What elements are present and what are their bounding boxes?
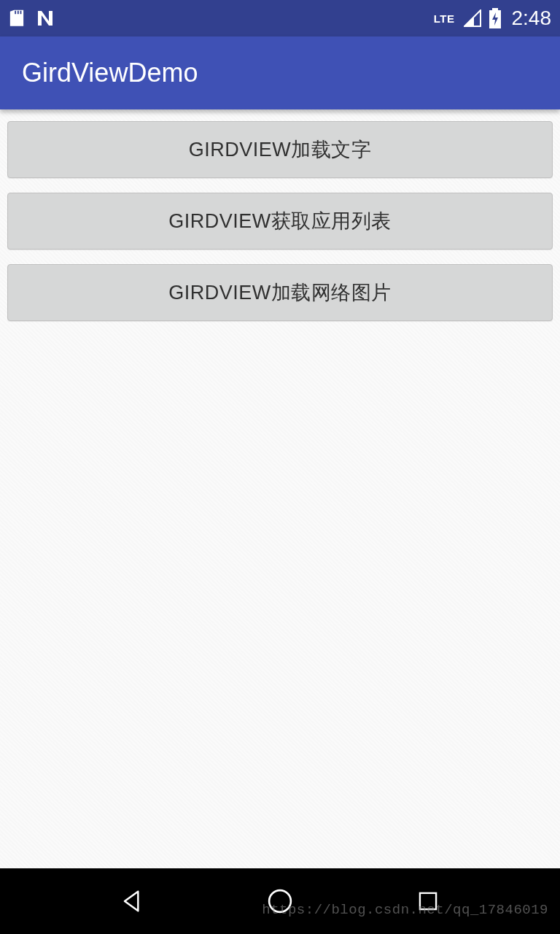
android-n-icon [35, 8, 55, 28]
button-label: GIRDVIEW加载网络图片 [168, 279, 392, 306]
status-bar: LTE 2:48 [0, 0, 560, 36]
signal-icon [464, 9, 481, 27]
network-type-label: LTE [434, 12, 455, 25]
app-bar: GirdViewDemo [0, 36, 560, 109]
button-label: GIRDVIEW加载文字 [189, 136, 372, 163]
gridview-get-app-list-button[interactable]: GIRDVIEW获取应用列表 [7, 193, 553, 250]
back-button[interactable] [114, 884, 149, 919]
navigation-bar [0, 868, 560, 934]
watermark-text: https://blog.csdn.net/qq_17846019 [262, 902, 548, 918]
battery-charging-icon [489, 8, 502, 28]
sd-card-icon [9, 9, 25, 28]
status-left [9, 8, 55, 28]
app-title: GirdViewDemo [22, 58, 198, 88]
status-clock: 2:48 [512, 7, 552, 30]
gridview-load-network-image-button[interactable]: GIRDVIEW加载网络图片 [7, 264, 553, 321]
button-label: GIRDVIEW获取应用列表 [168, 208, 392, 234]
gridview-load-text-button[interactable]: GIRDVIEW加载文字 [7, 121, 553, 178]
main-content: GIRDVIEW加载文字 GIRDVIEW获取应用列表 GIRDVIEW加载网络… [0, 109, 560, 868]
status-right: LTE 2:48 [434, 7, 551, 30]
